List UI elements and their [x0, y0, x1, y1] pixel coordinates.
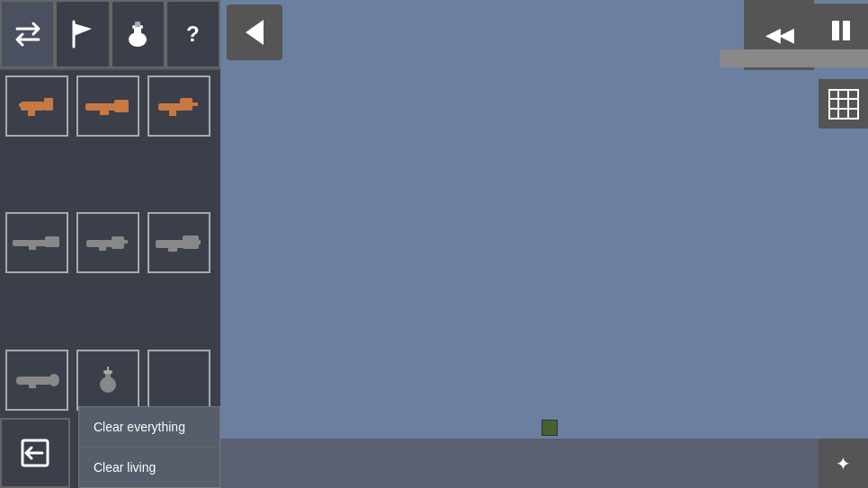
svg-rect-27 [168, 248, 177, 252]
weapon-cell-sniper1[interactable] [5, 212, 68, 273]
weapon-cell-grenade1[interactable] [76, 350, 139, 411]
svg-rect-23 [99, 247, 106, 251]
rewind-icon: ◀◀ [765, 23, 792, 47]
flag-button[interactable] [55, 0, 110, 68]
swap-button[interactable] [0, 0, 55, 68]
weapon-cell-mg1[interactable] [148, 212, 210, 273]
svg-point-31 [49, 374, 59, 386]
main-area [220, 0, 868, 488]
star-icon: ✦ [836, 453, 851, 475]
ground [220, 439, 868, 488]
help-button[interactable]: ? [166, 0, 220, 68]
svg-rect-2 [134, 27, 141, 36]
bottom-right-button[interactable]: ✦ [819, 439, 868, 488]
svg-point-1 [129, 32, 147, 47]
back-button[interactable] [227, 4, 282, 60]
svg-rect-36 [22, 440, 48, 466]
context-menu: Clear everything Clear living [78, 406, 220, 488]
svg-rect-44 [829, 90, 858, 119]
weapon-cell-smg1[interactable] [148, 75, 210, 137]
weapon-cell-shotgun1[interactable] [76, 212, 139, 273]
svg-rect-15 [169, 111, 176, 116]
toolbar: ? [0, 0, 220, 70]
svg-rect-3 [132, 25, 143, 29]
svg-rect-19 [29, 246, 36, 250]
svg-rect-4 [135, 22, 140, 27]
svg-rect-7 [28, 111, 35, 116]
clear-living-button[interactable]: Clear living [79, 448, 219, 487]
svg-rect-38 [832, 21, 839, 40]
svg-rect-6 [44, 98, 53, 111]
svg-marker-37 [246, 20, 264, 45]
svg-rect-11 [100, 111, 109, 115]
entity [541, 420, 558, 436]
svg-rect-39 [843, 21, 850, 40]
question-icon: ? [186, 22, 200, 47]
weapon-cell-rifle1[interactable] [76, 75, 139, 137]
svg-rect-16 [187, 102, 198, 106]
svg-rect-34 [103, 370, 112, 374]
potion-button[interactable] [111, 0, 166, 68]
svg-rect-24 [119, 240, 128, 244]
svg-rect-12 [120, 102, 129, 106]
svg-rect-28 [193, 240, 201, 244]
svg-rect-29 [16, 377, 52, 385]
weapon-cell-pistol[interactable] [5, 75, 68, 137]
svg-rect-8 [19, 103, 24, 107]
weapon-cell-empty [148, 350, 210, 411]
grid-toggle-button[interactable] [819, 79, 868, 129]
svg-rect-20 [52, 240, 59, 244]
progress-bar-container [720, 49, 868, 67]
exit-button[interactable] [0, 418, 70, 488]
svg-rect-30 [29, 384, 36, 388]
progress-bar[interactable] [720, 49, 868, 67]
weapon-cell-launcher1[interactable] [5, 350, 68, 411]
clear-everything-button[interactable]: Clear everything [79, 407, 219, 448]
